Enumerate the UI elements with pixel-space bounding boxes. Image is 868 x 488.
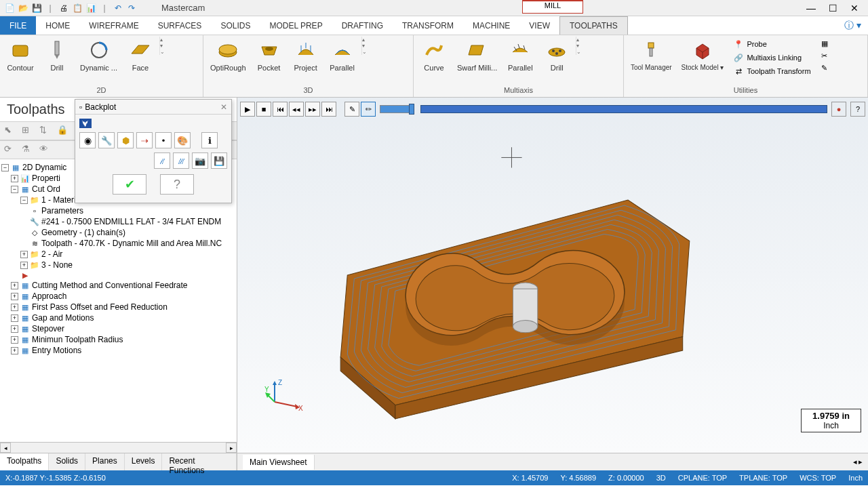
save-icon[interactable]: 💾 — [31, 3, 42, 14]
maximize-button[interactable]: ☐ — [826, 1, 840, 15]
bp-holder-button[interactable]: ⬢ — [117, 132, 134, 148]
multiaxis-linking-button[interactable]: 🔗Multiaxis Linking — [732, 52, 812, 64]
bp-tool-button[interactable]: 🔧 — [98, 132, 115, 148]
tree-approach[interactable]: Approach — [32, 291, 66, 302]
trim-icon[interactable]: ✂ — [819, 50, 830, 61]
select-icon[interactable]: ⬉ — [4, 125, 16, 137]
menu-machine[interactable]: MACHINE — [463, 16, 519, 35]
backplot-close-button[interactable]: ✕ — [220, 102, 227, 112]
lock-icon[interactable]: 🔒 — [57, 125, 69, 137]
step-back-button[interactable]: ◂◂ — [289, 102, 304, 117]
play-button[interactable]: ▶ — [240, 102, 255, 117]
print-preview-icon[interactable]: 📋 — [72, 3, 83, 14]
status-mode[interactable]: 3D — [656, 474, 666, 482]
tree-tool[interactable]: #241 - 0.7500 ENDMILL1 FLAT - 3/4 FLAT E… — [41, 216, 221, 227]
menu-toolpaths[interactable]: TOOLPATHS — [559, 16, 628, 35]
tree-none[interactable]: 3 - None — [41, 260, 73, 270]
tree-toggle[interactable]: − — [11, 186, 18, 193]
bp-camera-button[interactable]: 📷 — [192, 152, 208, 169]
contour-button[interactable]: Contour — [3, 37, 38, 73]
tree-toggle[interactable]: + — [11, 304, 18, 311]
face-button[interactable]: Face — [123, 37, 158, 73]
parallel-3d-button[interactable]: Parallel — [325, 37, 360, 73]
tree-hscroll[interactable]: ◂ ▸ — [0, 442, 237, 453]
scroll-right-icon[interactable]: ▸ — [226, 443, 237, 453]
scroll-track[interactable] — [11, 443, 226, 453]
probe-button[interactable]: 📍Probe — [732, 38, 812, 50]
trace-mode-2-button[interactable]: ✏ — [361, 102, 376, 117]
trace-mode-button[interactable]: ✎ — [344, 102, 359, 117]
tab-solids[interactable]: Solids — [49, 453, 85, 470]
tree-toggle[interactable]: + — [20, 251, 28, 258]
playback-help-button[interactable]: ? — [850, 102, 865, 117]
menu-view[interactable]: VIEW — [519, 16, 559, 35]
tree-toggle[interactable]: + — [11, 282, 18, 289]
menu-solids[interactable]: SOLIDS — [211, 16, 260, 35]
backplot-titlebar[interactable]: ▫ Backplot ✕ — [75, 100, 231, 115]
vtab-next-icon[interactable]: ▸ — [859, 458, 863, 466]
project-button[interactable]: Project — [288, 37, 323, 73]
menu-wireframe[interactable]: WIREFRAME — [79, 16, 148, 35]
scroll-left-icon[interactable]: ◂ — [0, 443, 11, 453]
tab-toolpaths[interactable]: Toolpaths — [0, 453, 49, 470]
fast-fwd-button[interactable]: ⏭ — [321, 102, 336, 117]
curve-button[interactable]: Curve — [416, 37, 452, 73]
menu-surfaces[interactable]: SURFACES — [149, 16, 212, 35]
menu-transform[interactable]: TRANSFORM — [393, 16, 463, 35]
3d-gallery-dropdown[interactable]: ▴▾⌄ — [361, 37, 371, 55]
rewind-button[interactable]: ⏮ — [273, 102, 288, 117]
tree-params[interactable]: Parameters — [41, 205, 83, 216]
print-icon[interactable]: 🖨 — [58, 3, 69, 14]
bp-save-button[interactable]: 💾 — [211, 152, 227, 169]
sort-icon[interactable]: ⇅ — [39, 125, 52, 137]
tb-filter-icon[interactable]: ⚗ — [22, 144, 34, 156]
open-file-icon[interactable]: 📂 — [18, 3, 28, 14]
tree-cutting[interactable]: Cutting Method and Conventional Feedrate — [32, 280, 187, 291]
close-button[interactable]: ✕ — [848, 1, 861, 15]
context-tab-mill[interactable]: MILL — [522, 0, 583, 14]
help-icon[interactable]: ⓘ ▾ — [837, 16, 868, 35]
nesting-icon[interactable]: ▦ — [819, 38, 830, 49]
tree-toggle[interactable]: + — [11, 293, 18, 300]
tree-toggle[interactable]: + — [11, 347, 18, 354]
tree-toggle[interactable]: + — [11, 336, 18, 344]
tree-stepover[interactable]: Stepover — [32, 323, 64, 334]
bp-display-button[interactable]: ◉ — [79, 132, 96, 148]
menu-home[interactable]: HOME — [36, 16, 79, 35]
minimize-button[interactable]: — — [804, 1, 818, 15]
tree-toolpath-file[interactable]: Toolpath - 470.7K - Dynamic Mill and Are… — [41, 238, 222, 249]
undo-icon[interactable]: ↶ — [113, 3, 123, 14]
tab-recent[interactable]: Recent Functions — [162, 453, 237, 470]
tree-firstpass[interactable]: First Pass Offset and Feed Reduction — [32, 302, 167, 312]
step-fwd-button[interactable]: ▸▸ — [305, 102, 320, 117]
redo-icon[interactable]: ↷ — [126, 3, 137, 14]
tab-main-viewsheet[interactable]: Main Viewsheet — [243, 455, 315, 470]
tree-gap[interactable]: Gap and Motions — [32, 312, 94, 323]
menu-modelprep[interactable]: MODEL PREP — [260, 16, 332, 35]
pocket-button[interactable]: Pocket — [252, 37, 287, 73]
reports-icon[interactable]: 📊 — [85, 3, 96, 14]
tb-refresh-icon[interactable]: ⟳ — [4, 144, 16, 156]
dynamic-button[interactable]: Dynamic ... — [76, 37, 121, 73]
backplot-help-button[interactable]: ? — [160, 174, 194, 195]
progress-slider[interactable] — [420, 105, 827, 113]
vtab-prev-icon[interactable]: ◂ — [853, 458, 857, 466]
tool-manager-button[interactable]: Tool Manager — [627, 37, 676, 73]
tree-geometry[interactable]: Geometry - (1) chain(s) — [41, 227, 125, 238]
model-area[interactable] — [237, 125, 868, 426]
tree-cutorder[interactable]: Cut Ord — [32, 184, 60, 195]
bp-rapid-button[interactable]: ⇢ — [136, 132, 153, 148]
optirough-button[interactable]: OptiRough — [206, 37, 250, 73]
stop-button[interactable]: ■ — [256, 102, 271, 117]
swarf-button[interactable]: Swarf Milli... — [453, 37, 501, 73]
edit-icon[interactable]: ✎ — [819, 62, 830, 73]
drill-2d-button[interactable]: Drill — [39, 37, 75, 73]
tree-minrad[interactable]: Minimun Toolpath Radius — [32, 334, 123, 345]
menu-file[interactable]: FILE — [0, 16, 36, 35]
expand-icon[interactable]: ⮟ — [79, 119, 92, 128]
status-wcs[interactable]: WCS: TOP — [800, 474, 836, 482]
bp-endpoints-button[interactable]: • — [155, 132, 172, 148]
tab-planes[interactable]: Planes — [85, 453, 125, 470]
speed-slider[interactable] — [380, 105, 412, 113]
ops-icon[interactable]: ⊞ — [22, 125, 34, 137]
